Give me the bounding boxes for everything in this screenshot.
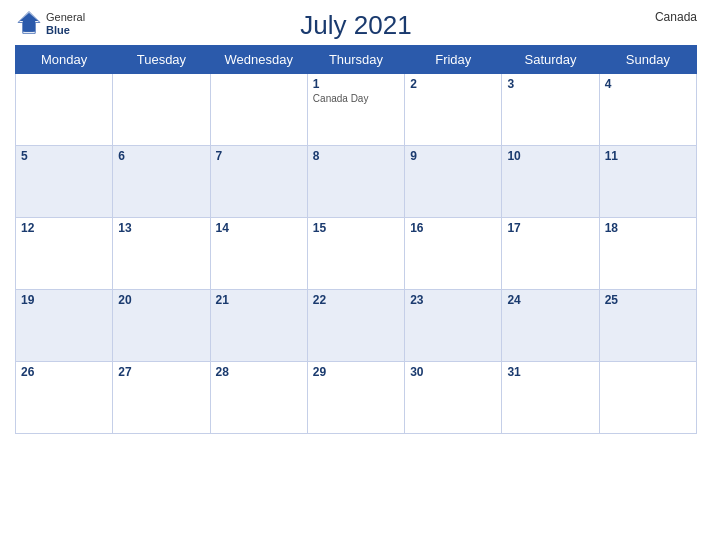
holiday-label: Canada Day <box>313 93 399 104</box>
day-cell: 22 <box>307 290 404 362</box>
day-cell <box>599 362 696 434</box>
week-row-2: 567891011 <box>16 146 697 218</box>
day-number: 6 <box>118 149 204 163</box>
weekday-header-row: Monday Tuesday Wednesday Thursday Friday… <box>16 46 697 74</box>
day-number: 22 <box>313 293 399 307</box>
day-cell: 24 <box>502 290 599 362</box>
day-number: 10 <box>507 149 593 163</box>
header-saturday: Saturday <box>502 46 599 74</box>
day-cell: 25 <box>599 290 696 362</box>
calendar-container: General Blue July 2021 Canada Monday Tue… <box>0 0 712 550</box>
day-cell: 28 <box>210 362 307 434</box>
day-number: 26 <box>21 365 107 379</box>
day-number: 29 <box>313 365 399 379</box>
week-row-1: 1Canada Day234 <box>16 74 697 146</box>
day-number: 12 <box>21 221 107 235</box>
week-row-4: 19202122232425 <box>16 290 697 362</box>
day-number: 11 <box>605 149 691 163</box>
day-cell: 11 <box>599 146 696 218</box>
brand-icon <box>15 10 43 38</box>
day-number: 4 <box>605 77 691 91</box>
day-number: 5 <box>21 149 107 163</box>
day-cell: 26 <box>16 362 113 434</box>
day-cell: 30 <box>405 362 502 434</box>
day-cell: 9 <box>405 146 502 218</box>
day-cell: 29 <box>307 362 404 434</box>
day-number: 25 <box>605 293 691 307</box>
day-number: 20 <box>118 293 204 307</box>
day-cell: 31 <box>502 362 599 434</box>
day-cell: 19 <box>16 290 113 362</box>
day-cell: 8 <box>307 146 404 218</box>
day-number: 14 <box>216 221 302 235</box>
day-cell <box>210 74 307 146</box>
day-number: 28 <box>216 365 302 379</box>
header-sunday: Sunday <box>599 46 696 74</box>
week-row-3: 12131415161718 <box>16 218 697 290</box>
day-cell: 2 <box>405 74 502 146</box>
day-cell: 5 <box>16 146 113 218</box>
day-number: 7 <box>216 149 302 163</box>
day-number: 9 <box>410 149 496 163</box>
day-cell: 20 <box>113 290 210 362</box>
day-cell: 4 <box>599 74 696 146</box>
day-number: 1 <box>313 77 399 91</box>
day-number: 16 <box>410 221 496 235</box>
header-thursday: Thursday <box>307 46 404 74</box>
day-cell: 21 <box>210 290 307 362</box>
day-cell: 18 <box>599 218 696 290</box>
day-number: 23 <box>410 293 496 307</box>
day-cell: 7 <box>210 146 307 218</box>
day-cell: 15 <box>307 218 404 290</box>
day-cell: 3 <box>502 74 599 146</box>
day-number: 2 <box>410 77 496 91</box>
header-monday: Monday <box>16 46 113 74</box>
day-number: 30 <box>410 365 496 379</box>
brand-text: General Blue <box>46 11 85 37</box>
day-number: 18 <box>605 221 691 235</box>
week-row-5: 262728293031 <box>16 362 697 434</box>
day-number: 24 <box>507 293 593 307</box>
header-tuesday: Tuesday <box>113 46 210 74</box>
day-number: 21 <box>216 293 302 307</box>
country-label: Canada <box>655 10 697 24</box>
day-cell <box>113 74 210 146</box>
day-number: 15 <box>313 221 399 235</box>
brand-logo-area: General Blue <box>15 10 85 38</box>
day-number: 17 <box>507 221 593 235</box>
calendar-title: July 2021 <box>15 10 697 41</box>
day-cell: 6 <box>113 146 210 218</box>
day-cell: 27 <box>113 362 210 434</box>
day-cell: 10 <box>502 146 599 218</box>
calendar-grid: Monday Tuesday Wednesday Thursday Friday… <box>15 45 697 434</box>
day-cell: 1Canada Day <box>307 74 404 146</box>
day-cell: 23 <box>405 290 502 362</box>
day-number: 8 <box>313 149 399 163</box>
day-number: 13 <box>118 221 204 235</box>
day-cell: 12 <box>16 218 113 290</box>
day-cell: 17 <box>502 218 599 290</box>
day-cell: 14 <box>210 218 307 290</box>
day-number: 3 <box>507 77 593 91</box>
day-cell: 13 <box>113 218 210 290</box>
day-cell: 16 <box>405 218 502 290</box>
day-number: 31 <box>507 365 593 379</box>
calendar-header: General Blue July 2021 Canada <box>15 10 697 41</box>
day-number: 27 <box>118 365 204 379</box>
day-number: 19 <box>21 293 107 307</box>
header-friday: Friday <box>405 46 502 74</box>
header-wednesday: Wednesday <box>210 46 307 74</box>
day-cell <box>16 74 113 146</box>
